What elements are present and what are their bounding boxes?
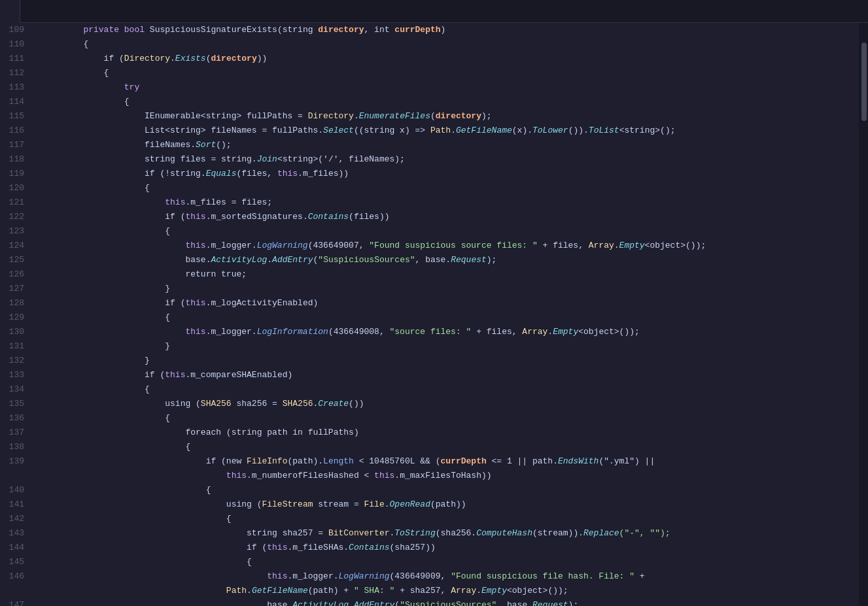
line-number: 133 (0, 368, 29, 382)
code-line: base.ActivityLog.AddEntry("SuspiciousSou… (43, 598, 859, 606)
token-bold-param: directory (211, 54, 256, 63)
token-plain: (stream)). (532, 528, 583, 538)
code-line: string sha257 = BitConverter.ToString(sh… (43, 526, 859, 541)
line-number-gutter: 1091101111121131141151161171181191201211… (0, 23, 36, 606)
token-italic-method: Select (323, 126, 354, 135)
token-plain: } (43, 284, 170, 294)
line-number: 120 (0, 181, 29, 195)
token-italic-method: Exists (175, 54, 206, 63)
line-number: 131 (0, 339, 29, 354)
tab-bar (0, 0, 868, 23)
token-plain: { (43, 485, 211, 495)
editor-tab[interactable] (0, 0, 20, 23)
token-green: "source files: " (390, 327, 472, 337)
token-plain: ( (430, 111, 436, 121)
token-plain: .m_fileSHAs. (287, 543, 349, 552)
token-plain: .m_files)) (298, 169, 349, 178)
token-property: Length (323, 456, 354, 466)
token-kw: this (43, 471, 247, 480)
token-italic-method: GetFileName (456, 126, 512, 135)
code-line: if (this.m_fileSHAs.Contains(sha257)) (43, 541, 859, 555)
token-class-name: SHA256 (201, 399, 232, 409)
token-plain: .m_logger. (206, 241, 257, 250)
code-line: this.m_logger.LogWarning(436649009, "Fou… (43, 569, 859, 584)
token-plain: if ( (43, 298, 185, 308)
token-plain: .m_files = files; (185, 197, 272, 207)
token-plain: ); (481, 111, 492, 121)
code-line: private bool SuspiciousSignatureExists(s… (43, 23, 859, 37)
line-number: 115 (0, 109, 29, 124)
token-plain: < 10485760L && ( (354, 456, 441, 466)
token-plain: (files, (236, 169, 277, 178)
token-plain: (path). (287, 456, 323, 466)
token-plain: , base. (496, 600, 532, 606)
token-bold-param: currDepth (441, 456, 487, 466)
token-plain: <object> (645, 241, 686, 250)
token-italic-method: AddEntry (272, 255, 313, 265)
token-plain: )) (257, 54, 268, 63)
code-line: { (43, 382, 859, 397)
vertical-scrollbar[interactable] (859, 23, 868, 606)
line-number: 138 (0, 440, 29, 454)
token-plain: .m_logger. (206, 327, 257, 337)
scrollbar-thumb[interactable] (861, 42, 867, 121)
token-plain: <string> (165, 126, 205, 135)
line-number: 126 (0, 267, 29, 282)
token-plain: .m_logger. (287, 571, 338, 581)
token-italic-method: EnumerateFiles (359, 111, 430, 121)
code-line: if (this.m_compareSHAEnabled) (43, 368, 859, 382)
token-plain: return true; (43, 269, 247, 279)
token-plain: , int (364, 25, 395, 35)
code-line: foreach (string path in fullPaths) (43, 426, 859, 440)
line-number: 140 (0, 483, 29, 497)
line-number: 119 (0, 167, 29, 181)
code-line: if (this.m_logActivityEnabled) (43, 296, 859, 311)
token-plain: ) (441, 25, 446, 35)
token-class-name: FileInfo (247, 456, 287, 466)
token-italic-method: Create (318, 399, 349, 409)
token-plain: (string (277, 25, 318, 35)
token-plain: .m_logActivityEnabled) (206, 298, 319, 308)
token-plain: { (43, 413, 170, 423)
code-line: this.m_numberofFilesHashed < this.m_maxF… (43, 469, 859, 483)
token-plain: base. (43, 255, 211, 265)
line-number: 109 (0, 23, 29, 37)
line-number: 134 (0, 382, 29, 397)
token-plain: .m_maxFilesToHash)) (394, 471, 491, 480)
token-italic-method: Equals (206, 169, 237, 178)
token-plain: { (43, 97, 130, 107)
token-class-name: Array (451, 586, 476, 596)
token-italic-method: Empty (619, 241, 645, 250)
code-line: if (this.m_sortedSignatures.Contains(fil… (43, 210, 859, 224)
code-line: this.m_files = files; (43, 195, 859, 210)
token-italic-method: Sort (196, 140, 216, 150)
token-italic-method: Replace (583, 528, 619, 538)
token-italic-method: ToString (394, 528, 435, 538)
token-plain: { (43, 312, 170, 322)
token-green: "Found suspicious source files: " (369, 241, 537, 250)
token-plain: SuspiciousSignatureExists (150, 25, 277, 35)
token-green: "SuspiciousSources" (318, 255, 415, 265)
token-kw: this (43, 241, 206, 250)
code-line: { (43, 66, 859, 80)
code-line: if (!string.Equals(files, this.m_files)) (43, 167, 859, 181)
line-number: 127 (0, 282, 29, 296)
token-plain: .m_compareSHAEnabled) (185, 370, 292, 380)
token-plain: if (!string. (43, 169, 206, 178)
token-plain: . (354, 111, 359, 121)
token-bold-param: directory (318, 25, 364, 35)
token-green: ("-", ""); (619, 528, 670, 538)
token-green: "Found suspicious file hash. File: " (451, 571, 634, 581)
token-plain: (sha256. (436, 528, 476, 538)
line-number: 112 (0, 66, 29, 80)
line-number: 136 (0, 411, 29, 426)
editor-window: 1091101111121131141151161171181191201211… (0, 0, 868, 606)
token-plain: ('/', fileNames); (318, 154, 405, 164)
token-plain: (path) + (308, 586, 354, 596)
token-kw: this (43, 197, 185, 207)
code-line: if (new FileInfo(path).Length < 10485760… (43, 454, 859, 469)
code-line: base.ActivityLog.AddEntry("SuspiciousSou… (43, 253, 859, 267)
code-line: try (43, 80, 859, 95)
token-kw: this (267, 543, 287, 552)
token-plain: { (43, 183, 150, 193)
